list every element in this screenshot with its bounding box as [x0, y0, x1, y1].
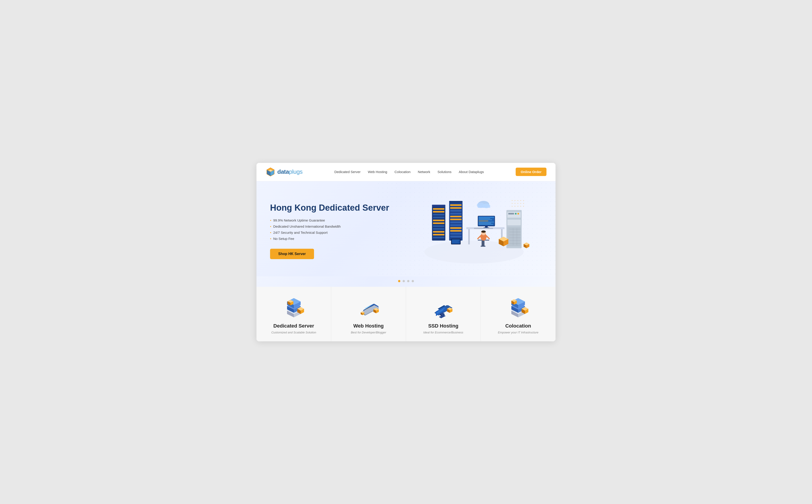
svg-rect-9: [433, 214, 445, 215]
server-illustration: [406, 195, 542, 267]
svg-rect-16: [433, 234, 445, 235]
bullet-1: 99.9% Network Uptime Guarantee: [270, 218, 406, 222]
svg-rect-49: [479, 223, 491, 223]
svg-point-59: [481, 230, 486, 233]
svg-rect-53: [474, 228, 493, 229]
service-desc-dedicated: Customized and Scalable Solution: [271, 331, 316, 334]
svg-rect-70: [517, 213, 519, 215]
service-card-ssd-hosting[interactable]: SSD: [406, 287, 481, 341]
svg-rect-23: [450, 213, 462, 215]
svg-point-102: [520, 206, 521, 206]
svg-rect-12: [433, 222, 445, 224]
svg-rect-45: [479, 218, 490, 219]
svg-rect-20: [450, 204, 462, 206]
carousel-dot-4[interactable]: [412, 280, 414, 282]
svg-rect-11: [433, 219, 445, 221]
service-title-dedicated: Dedicated Server: [273, 323, 314, 329]
services-grid: Dedicated Server Customized and Scalable…: [256, 287, 556, 341]
svg-point-100: [515, 206, 515, 206]
nav-about[interactable]: About Dataplugs: [459, 170, 484, 174]
svg-rect-40: [468, 229, 470, 244]
svg-rect-27: [450, 224, 462, 226]
hero-content: Hong Kong Dedicated Server 99.9% Network…: [270, 203, 406, 259]
nav-colocation[interactable]: Colocation: [394, 170, 411, 174]
service-title-colocation: Colocation: [505, 323, 531, 329]
svg-rect-18: [432, 205, 445, 206]
svg-rect-32: [449, 201, 463, 203]
svg-rect-21: [450, 207, 462, 209]
header: dataplugs Dedicated Server Web Hosting C…: [256, 163, 556, 181]
svg-point-96: [517, 203, 518, 204]
service-card-colocation[interactable]: Colocation Empower your IT Infrastructur…: [481, 287, 556, 341]
service-title-web: Web Hosting: [353, 323, 384, 329]
svg-rect-31: [450, 236, 462, 237]
carousel-dot-3[interactable]: [407, 280, 409, 282]
svg-rect-30: [450, 233, 462, 234]
svg-rect-29: [450, 230, 462, 232]
svg-rect-50: [479, 224, 493, 224]
hero-title: Hong Kong Dedicated Server: [270, 203, 406, 213]
svg-point-97: [520, 203, 521, 204]
hero-illustration: [406, 195, 542, 267]
svg-rect-47: [479, 220, 488, 221]
page-wrapper: dataplugs Dedicated Server Web Hosting C…: [256, 163, 556, 341]
service-card-web-hosting[interactable]: Web Hosting Best for Developer/Blogger: [331, 287, 406, 341]
svg-rect-22: [450, 210, 462, 212]
svg-rect-46: [479, 219, 492, 220]
svg-rect-24: [450, 216, 462, 217]
service-desc-web: Best for Developer/Blogger: [351, 331, 386, 334]
svg-rect-13: [433, 225, 445, 227]
svg-point-101: [517, 206, 518, 206]
nav-dedicated-server[interactable]: Dedicated Server: [334, 170, 361, 174]
svg-line-61: [486, 236, 489, 239]
svg-point-90: [515, 200, 515, 201]
svg-rect-44: [479, 217, 494, 218]
svg-rect-25: [450, 219, 462, 220]
svg-rect-65: [478, 205, 490, 208]
service-card-dedicated-server[interactable]: Dedicated Server Customized and Scalable…: [256, 287, 331, 341]
svg-point-91: [517, 200, 518, 201]
shop-hk-server-button[interactable]: Shop HK Server: [270, 249, 314, 259]
svg-rect-26: [450, 221, 462, 223]
colocation-icon: [505, 296, 532, 318]
svg-rect-14: [433, 228, 445, 230]
service-title-ssd: SSD Hosting: [428, 323, 458, 329]
main-nav: Dedicated Server Web Hosting Colocation …: [334, 170, 484, 174]
ssd-hosting-icon: SSD: [430, 296, 457, 318]
online-order-button[interactable]: Online Order: [516, 168, 546, 176]
svg-point-98: [523, 203, 524, 204]
service-desc-colocation: Empower your IT Infrastructure: [498, 331, 538, 334]
svg-rect-69: [515, 213, 517, 215]
svg-rect-7: [433, 208, 445, 210]
svg-rect-56: [481, 246, 485, 246]
logo-icon: [266, 167, 275, 177]
hero-banner: Hong Kong Dedicated Server 99.9% Network…: [256, 181, 556, 276]
svg-point-95: [515, 203, 515, 204]
bullet-2: Dedicated Unshared International Bandwid…: [270, 224, 406, 228]
web-hosting-icon: [355, 296, 382, 318]
logo[interactable]: dataplugs: [266, 167, 302, 177]
nav-network[interactable]: Network: [418, 170, 430, 174]
svg-rect-55: [482, 241, 485, 246]
svg-point-92: [520, 200, 521, 201]
svg-rect-67: [507, 212, 521, 217]
svg-point-94: [512, 203, 512, 204]
svg-line-60: [478, 236, 481, 239]
svg-rect-15: [433, 231, 445, 233]
svg-rect-71: [507, 219, 521, 225]
bullet-4: No Setup Fee: [270, 237, 406, 241]
svg-rect-17: [433, 237, 445, 238]
bullet-3: 24/7 Security and Technical Support: [270, 231, 406, 234]
svg-rect-8: [433, 211, 445, 212]
svg-point-99: [512, 206, 512, 206]
svg-rect-68: [508, 213, 514, 215]
svg-rect-28: [450, 227, 462, 229]
svg-point-103: [523, 206, 524, 206]
svg-point-93: [523, 200, 524, 201]
hero-bullets: 99.9% Network Uptime Guarantee Dedicated…: [270, 218, 406, 241]
nav-web-hosting[interactable]: Web Hosting: [368, 170, 387, 174]
carousel-dot-1[interactable]: [398, 280, 400, 282]
service-desc-ssd: Ideal for Ecommerce/Business: [423, 331, 463, 334]
nav-solutions[interactable]: Solutions: [437, 170, 452, 174]
carousel-dot-2[interactable]: [403, 280, 405, 282]
